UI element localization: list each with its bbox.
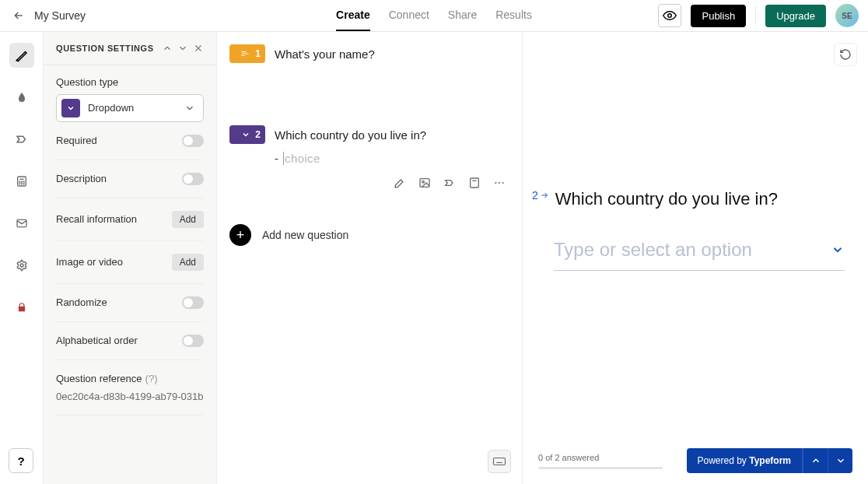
svg-rect-21 <box>494 458 506 465</box>
svg-point-8 <box>23 184 24 184</box>
top-bar: My Survey Create Connect Share Results P… <box>0 0 868 32</box>
main-area: ? QUESTION SETTINGS Question type Dropdo… <box>0 32 868 484</box>
setting-media: Image or video Add <box>56 241 204 284</box>
rail-access-icon[interactable] <box>9 295 34 320</box>
survey-title[interactable]: My Survey <box>34 9 86 22</box>
rail-content-icon[interactable] <box>9 43 34 68</box>
alpha-toggle[interactable] <box>182 335 204 347</box>
preview-panel: 2 Which country do you live in? Type or … <box>523 32 868 484</box>
preview-button[interactable] <box>658 4 681 27</box>
settings-next-icon[interactable] <box>177 43 188 54</box>
settings-panel: QUESTION SETTINGS Question type Dropdown… <box>43 32 217 484</box>
randomize-toggle[interactable] <box>182 296 204 309</box>
tab-create[interactable]: Create <box>336 0 370 31</box>
nav-up-button[interactable] <box>803 448 828 473</box>
rail-settings-icon[interactable] <box>9 253 34 278</box>
tool-calculator-icon[interactable] <box>467 176 481 190</box>
powered-by-badge[interactable]: Powered by Typeform <box>687 448 803 473</box>
media-label: Image or video <box>56 256 123 268</box>
recall-add-button[interactable]: Add <box>172 211 204 228</box>
question-type-label: Question type <box>56 76 204 88</box>
svg-point-18 <box>495 182 496 184</box>
svg-point-6 <box>19 184 19 184</box>
progress-bar <box>538 467 663 469</box>
footer-right: Powered by Typeform <box>687 448 853 473</box>
recall-label: Recall information <box>56 213 137 225</box>
question-reference-value[interactable]: 0ec20c4a-d83b-4199-ab79-031b3b <box>56 391 204 416</box>
question-2-block[interactable]: 2 Which country do you live in? -choice <box>229 125 509 190</box>
settings-close-icon[interactable] <box>193 43 204 54</box>
svg-point-3 <box>19 181 19 182</box>
randomize-label: Randomize <box>56 296 107 308</box>
svg-point-0 <box>668 14 672 18</box>
required-label: Required <box>56 135 97 146</box>
svg-rect-16 <box>471 178 479 188</box>
choice-input[interactable]: -choice <box>275 152 509 165</box>
tab-share[interactable]: Share <box>448 0 477 31</box>
tool-settings-icon[interactable] <box>393 176 407 190</box>
topbar-actions: Publish Upgrade SE <box>658 4 859 27</box>
q2-badge: 2 <box>229 125 265 144</box>
publish-button[interactable]: Publish <box>691 5 746 27</box>
svg-point-4 <box>21 181 22 182</box>
tab-connect[interactable]: Connect <box>389 0 429 31</box>
help-button[interactable]: ? <box>9 448 33 473</box>
settings-body: Question type Dropdown Required Descript… <box>44 65 216 426</box>
main-tabs: Create Connect Share Results <box>336 0 532 31</box>
preview-prefix-num: 2 <box>532 189 538 202</box>
qref-help-icon[interactable]: (?) <box>145 373 158 384</box>
question-2[interactable]: 2 Which country do you live in? <box>229 125 509 144</box>
dropdown-type-icon <box>61 99 80 117</box>
question-type-value: Dropdown <box>88 102 184 114</box>
question-type-select[interactable]: Dropdown <box>56 94 204 122</box>
preview-question-text: Which country do you live in? <box>555 189 778 209</box>
preview-footer: 0 of 2 answered Powered by Typeform <box>538 448 852 473</box>
nav-down-button[interactable] <box>828 448 852 473</box>
rail-followups-icon[interactable] <box>9 211 34 236</box>
progress-text: 0 of 2 answered <box>538 453 663 462</box>
svg-point-15 <box>422 181 425 183</box>
setting-randomize: Randomize <box>56 284 204 322</box>
required-toggle[interactable] <box>182 135 204 147</box>
refresh-button[interactable] <box>834 43 857 66</box>
tool-logic-icon[interactable] <box>443 176 457 190</box>
upgrade-button[interactable]: Upgrade <box>765 5 826 27</box>
chevron-down-icon <box>831 243 845 257</box>
keyboard-shortcuts-button[interactable] <box>488 450 511 473</box>
svg-rect-14 <box>420 179 429 188</box>
add-question-button[interactable]: + Add new question <box>229 224 509 246</box>
question-toolbar <box>229 176 509 190</box>
setting-description: Description <box>56 160 204 198</box>
progress: 0 of 2 answered <box>538 453 663 469</box>
preview-placeholder: Type or select an option <box>554 239 831 261</box>
icon-rail: ? <box>0 32 43 484</box>
question-reference-label: Question reference(?) <box>56 373 204 384</box>
description-toggle[interactable] <box>182 173 204 185</box>
choice-dash: - <box>275 152 278 165</box>
rail-design-icon[interactable] <box>9 85 34 110</box>
svg-point-10 <box>20 264 23 267</box>
media-add-button[interactable]: Add <box>172 254 204 271</box>
q1-badge: 1 <box>229 44 265 63</box>
powered-brand: Typeform <box>749 455 791 466</box>
settings-title: QUESTION SETTINGS <box>56 43 162 55</box>
q1-text: What's your name? <box>275 47 375 61</box>
powered-pre: Powered by <box>698 455 750 466</box>
avatar[interactable]: SE <box>835 4 859 27</box>
choice-placeholder: choice <box>283 152 320 165</box>
tab-results[interactable]: Results <box>495 0 532 31</box>
rail-logic-icon[interactable] <box>9 127 34 152</box>
chevron-down-icon <box>184 103 195 114</box>
back-arrow-icon[interactable] <box>9 6 28 25</box>
alpha-label: Alphabetical order <box>56 335 138 346</box>
rail-calculator-icon[interactable] <box>9 169 34 194</box>
setting-recall: Recall information Add <box>56 198 204 241</box>
q2-text: Which country do you live in? <box>275 128 426 142</box>
question-canvas: 1 What's your name? 2 Which country do y… <box>217 32 523 484</box>
tool-more-icon[interactable] <box>492 176 506 190</box>
preview-dropdown-input[interactable]: Type or select an option <box>554 239 845 271</box>
settings-header: QUESTION SETTINGS <box>44 32 216 65</box>
tool-image-icon[interactable] <box>418 176 432 190</box>
settings-prev-icon[interactable] <box>162 43 173 54</box>
question-1[interactable]: 1 What's your name? <box>229 44 509 63</box>
